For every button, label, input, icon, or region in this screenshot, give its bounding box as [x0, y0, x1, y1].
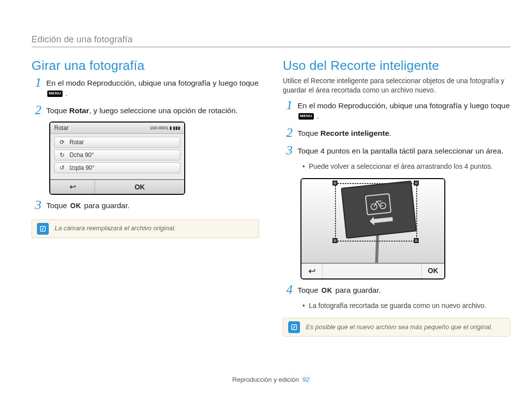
right-column: Uso del Recorte inteligente Utilice el R… — [283, 58, 510, 344]
page-footer: Reproducción y edición 92 — [32, 376, 510, 383]
step-text: . — [66, 89, 67, 97]
rotate-off-icon: ⟳ — [59, 139, 66, 146]
crop-screen-illustration: ↩ OK — [300, 178, 445, 279]
file-counter: 100-0001 — [150, 125, 168, 130]
heading-rotate: Girar una fotografía — [32, 58, 259, 73]
rotate-screen-illustration: Rotar 100-0001 ▮ ▮▮▮ ⟳ Rotar ↻ Dcha 90° — [49, 122, 185, 195]
step-3-right: 3 Toque 4 puntos en la pantalla táctil p… — [283, 144, 510, 157]
callout-right: Es posible que el nuevo archivo sea más … — [283, 318, 510, 337]
card-icon: ▮ — [169, 125, 172, 130]
menu-icon: MENU — [47, 91, 63, 97]
step-2-left: 2 Toque Rotar, y luego seleccione una op… — [32, 104, 259, 117]
callout-left: La cámara reemplazará el archivo origina… — [32, 219, 259, 238]
step-1-left: 1 En el modo Reproducción, ubique una fo… — [32, 76, 259, 99]
page-number: 92 — [302, 376, 309, 383]
step-text: Toque — [298, 129, 321, 137]
step-num: 2 — [32, 104, 41, 117]
street-sign — [341, 180, 417, 238]
screen-header: Rotar 100-0001 ▮ ▮▮▮ — [50, 123, 184, 134]
divider — [32, 47, 510, 47]
ok-button[interactable]: OK — [421, 264, 444, 278]
step-1-right: 1 En el modo Reproducción, ubique una fo… — [283, 99, 510, 122]
screen-title: Rotar — [54, 124, 150, 131]
breadcrumb: Edición de una fotografía — [32, 34, 510, 45]
screen-footer: ↩ OK — [301, 263, 444, 278]
rotate-option-label: Rotar — [69, 139, 84, 146]
spacer — [323, 264, 421, 278]
left-arrow-icon — [365, 214, 396, 226]
crop-handle-tr[interactable] — [414, 181, 419, 185]
rotate-option-right[interactable]: ↻ Dcha 90° — [54, 150, 180, 160]
step-4-bullet: La fotografía recortada se guarda como u… — [302, 301, 510, 310]
info-icon — [37, 223, 49, 235]
battery-icon: ▮▮▮ — [173, 125, 180, 130]
left-column: Girar una fotografía 1 En el modo Reprod… — [32, 58, 259, 344]
back-button[interactable]: ↩ — [301, 264, 323, 278]
step-2-right: 2 Toque Recorte inteligente. — [283, 126, 510, 139]
step-4-right: 4 Toque OK para guardar. — [283, 283, 510, 296]
crop-handle-bl[interactable] — [332, 238, 337, 243]
rotate-option-none[interactable]: ⟳ Rotar — [54, 137, 180, 148]
ok-button[interactable]: OK — [95, 180, 184, 194]
step-text: Toque — [46, 106, 69, 115]
smart-crop-bold: Recorte inteligente — [321, 129, 390, 137]
bicycle-icon — [365, 193, 392, 215]
back-button[interactable]: ↩ — [50, 180, 95, 194]
step-text: para guardar. — [82, 201, 130, 210]
step-num: 4 — [283, 283, 293, 296]
crop-edge — [335, 183, 415, 184]
step-num: 3 — [283, 144, 293, 157]
status-bar: 100-0001 ▮ ▮▮▮ — [150, 125, 180, 130]
rotar-bold: Rotar — [69, 106, 89, 115]
crop-edge — [416, 183, 417, 242]
step-num: 2 — [283, 126, 293, 139]
step-text: En el modo Reproducción, ubique una foto… — [298, 101, 510, 110]
ok-inline-label: OK — [70, 201, 81, 211]
step-3-bullet: Puede volver a seleccionar el área arras… — [302, 162, 510, 171]
rotate-options: ⟳ Rotar ↻ Dcha 90° ↺ Izqda 90° — [50, 134, 184, 179]
callout-text: Es posible que el nuevo archivo sea más … — [306, 323, 493, 332]
svg-point-2 — [380, 202, 386, 209]
crop-handle-br[interactable] — [414, 238, 419, 243]
crop-edge — [335, 241, 415, 242]
step-num: 3 — [32, 199, 41, 212]
heading-crop: Uso del Recorte inteligente — [283, 58, 510, 73]
rotate-option-label: Izqda 90° — [69, 164, 95, 171]
step-text: , y luego seleccione una opción de rotac… — [89, 106, 238, 115]
footer-section: Reproducción y edición — [233, 376, 299, 383]
step-3-left: 3 Toque OK para guardar. — [32, 199, 259, 212]
step-text: para guardar. — [333, 286, 381, 294]
step-text: En el modo Reproducción, ubique una foto… — [46, 79, 259, 87]
step-num: 1 — [283, 99, 293, 122]
ok-inline-label: OK — [322, 286, 332, 295]
step-text: . — [389, 129, 391, 137]
step-text: . — [317, 112, 319, 120]
screen-footer: ↩ OK — [50, 179, 184, 194]
rotate-left-icon: ↺ — [59, 164, 66, 171]
step-num: 1 — [32, 76, 41, 99]
callout-text: La cámara reemplazará el archivo origina… — [55, 224, 176, 233]
rotate-option-left[interactable]: ↺ Izqda 90° — [54, 162, 180, 173]
info-icon — [288, 321, 300, 333]
step-text: Toque — [298, 286, 321, 294]
intro-text: Utilice el Recorte inteligente para sele… — [283, 76, 510, 95]
rotate-option-label: Dcha 90° — [69, 152, 94, 158]
crop-canvas[interactable] — [301, 179, 444, 263]
step-text: Toque — [46, 201, 69, 210]
crop-handle-tl[interactable] — [332, 181, 337, 185]
step-text: Toque 4 puntos en la pantalla táctil par… — [298, 147, 503, 155]
crop-edge — [335, 183, 336, 242]
menu-icon: MENU — [299, 113, 314, 120]
rotate-right-icon: ↻ — [59, 152, 66, 158]
